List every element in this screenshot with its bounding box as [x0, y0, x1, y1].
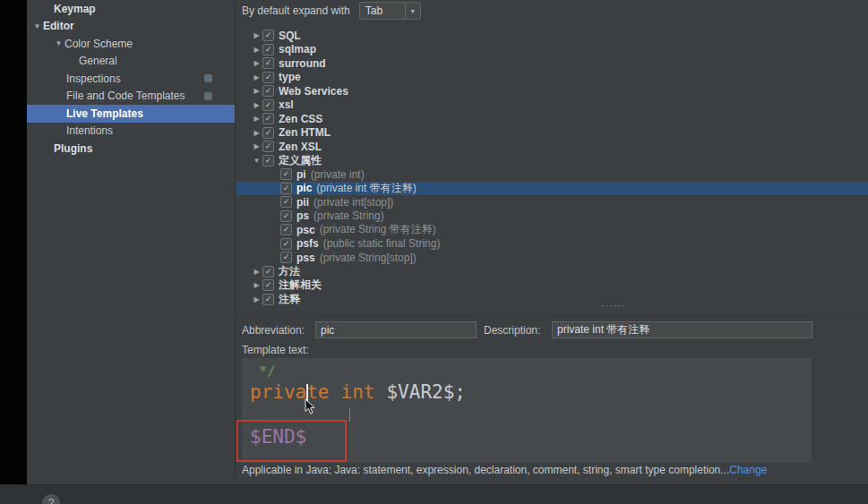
chevron-right-icon[interactable]: ▶ [251, 31, 262, 39]
chevron-right-icon[interactable]: ▶ [251, 73, 262, 81]
expand-with-dropdown[interactable]: Tab ▼ [359, 2, 421, 20]
window-left-edge [0, 0, 27, 484]
change-link[interactable]: Change [729, 464, 767, 476]
checkbox-checked-icon[interactable]: ✓ [262, 266, 274, 278]
tree-group-label: 注解相关 [279, 278, 322, 293]
chevron-right-icon[interactable]: ▶ [251, 129, 262, 137]
template-abbreviation: pi [296, 168, 306, 181]
sidebar-item-general[interactable]: General [27, 53, 235, 71]
template-text-label: Template text: [242, 344, 309, 356]
template-text-editor[interactable]: */ privateint$VAR2$; $END$ [242, 358, 812, 463]
checkbox-checked-icon[interactable]: ✓ [280, 210, 292, 222]
tree-group-surround[interactable]: ▶ ✓ surround [236, 56, 868, 71]
applicable-context-row: Applicable in Java; Java: statement, exp… [242, 464, 767, 476]
chevron-right-icon[interactable]: ▶ [251, 101, 262, 109]
description-input[interactable] [552, 321, 812, 338]
template-variable-var2: $VAR2$ [386, 381, 454, 403]
chevron-right-icon[interactable]: ▶ [251, 281, 262, 289]
tree-item-psc[interactable]: ✓ psc (private String 带有注释) [236, 223, 868, 237]
checkbox-checked-icon[interactable]: ✓ [262, 85, 274, 97]
chevron-down-icon[interactable]: ▼ [31, 22, 43, 30]
tree-group-label: Web Services [279, 85, 348, 98]
checkbox-checked-icon[interactable]: ✓ [262, 141, 274, 152]
modified-indicator-icon [204, 74, 212, 82]
sidebar-item-file-and-code-templates[interactable]: File and Code Templates [27, 88, 235, 106]
checkbox-checked-icon[interactable]: ✓ [262, 155, 274, 167]
tree-group-define-attributes[interactable]: ▼ ✓ 定义属性 [236, 154, 868, 168]
chevron-down-icon[interactable]: ▼ [405, 3, 420, 19]
sidebar-item-color-scheme[interactable]: ▼ Color Scheme [27, 35, 235, 53]
dropdown-selected-value: Tab [360, 3, 405, 19]
checkbox-checked-icon[interactable]: ✓ [262, 127, 274, 139]
tree-group-zen-css[interactable]: ▶ ✓ Zen CSS [236, 112, 868, 126]
mouse-pointer-icon [305, 398, 315, 414]
sidebar-item-live-templates[interactable]: Live Templates [27, 105, 235, 123]
checkbox-checked-icon[interactable]: ✓ [280, 168, 292, 180]
sidebar-item-editor[interactable]: ▼ Editor [27, 18, 235, 36]
checkbox-checked-icon[interactable]: ✓ [262, 113, 274, 124]
checkbox-checked-icon[interactable]: ✓ [262, 72, 274, 83]
template-description: (private int 带有注释) [316, 181, 416, 196]
abbreviation-input[interactable] [315, 321, 477, 338]
tree-group-label: SQL [279, 30, 301, 42]
tree-item-pss[interactable]: ✓ pss (private String[stop]) [236, 251, 868, 265]
chevron-right-icon[interactable]: ▶ [251, 268, 262, 276]
template-abbreviation: pii [296, 196, 309, 209]
checkbox-checked-icon[interactable]: ✓ [262, 99, 274, 111]
tree-item-ps[interactable]: ✓ ps (private String) [236, 209, 868, 224]
code-declaration-line: privateint$VAR2$; [250, 381, 466, 403]
template-abbreviation: pss [296, 252, 315, 264]
help-button[interactable]: ? [42, 494, 60, 504]
tree-group-annotation-related[interactable]: ▶ ✓ 注解相关 [236, 278, 868, 293]
chevron-right-icon[interactable]: ▶ [251, 46, 262, 54]
tree-group-methods[interactable]: ▶ ✓ 方法 [236, 265, 868, 279]
tree-item-pii[interactable]: ✓ pii (private int[stop]) [236, 195, 868, 209]
template-description: (private String) [314, 209, 384, 222]
sidebar-item-label: Color Scheme [64, 38, 133, 50]
tree-item-pi[interactable]: ✓ pi (private int) [236, 167, 868, 182]
sidebar-item-label: Plugins [54, 142, 92, 155]
tree-group-web-services[interactable]: ▶ ✓ Web Services [236, 84, 868, 98]
sidebar-item-label: File and Code Templates [66, 90, 185, 102]
chevron-down-icon[interactable]: ▼ [53, 39, 64, 47]
sidebar-item-label: General [79, 55, 117, 67]
checkbox-checked-icon[interactable]: ✓ [262, 57, 274, 69]
tree-group-sql[interactable]: ▶ ✓ SQL [236, 29, 868, 43]
sidebar-item-keymap[interactable]: Keymap [27, 0, 235, 18]
tree-group-comments[interactable]: ▶ ✓ 注释 [236, 293, 868, 307]
chevron-right-icon[interactable]: ▶ [251, 142, 262, 150]
checkbox-checked-icon[interactable]: ✓ [262, 279, 274, 291]
checkbox-checked-icon[interactable]: ✓ [262, 44, 274, 56]
tree-group-label: surround [279, 57, 326, 70]
checkbox-checked-icon[interactable]: ✓ [280, 224, 292, 235]
checkbox-checked-icon[interactable]: ✓ [280, 252, 292, 263]
tree-group-type[interactable]: ▶ ✓ type [236, 71, 868, 85]
sidebar-item-intentions[interactable]: Intentions [27, 123, 235, 141]
sidebar-item-plugins[interactable]: Plugins [27, 140, 235, 158]
tree-group-sqlmap[interactable]: ▶ ✓ sqlmap [236, 43, 868, 57]
chevron-right-icon[interactable]: ▶ [251, 87, 262, 95]
checkbox-checked-icon[interactable]: ✓ [280, 238, 292, 250]
description-label: Description: [484, 324, 540, 337]
tree-item-psfs[interactable]: ✓ psfs (public static final String) [236, 237, 868, 252]
splitter-grip-icon[interactable]: ······ [601, 300, 626, 311]
tree-group-label: 方法 [279, 264, 300, 279]
checkbox-checked-icon[interactable]: ✓ [262, 294, 274, 305]
chevron-right-icon[interactable]: ▶ [251, 295, 262, 303]
tree-group-label: 注释 [279, 292, 300, 307]
template-description: (private int[stop]) [314, 196, 393, 209]
tree-item-pic[interactable]: ✓ pic (private int 带有注释) [236, 182, 868, 196]
chevron-down-icon[interactable]: ▼ [251, 157, 262, 165]
chevron-right-icon[interactable]: ▶ [251, 59, 262, 67]
checkbox-checked-icon[interactable]: ✓ [280, 196, 292, 208]
checkbox-checked-icon[interactable]: ✓ [280, 183, 292, 194]
tree-group-zen-html[interactable]: ▶ ✓ Zen HTML [236, 126, 868, 141]
dialog-footer: ? [0, 484, 868, 504]
tree-group-xsl[interactable]: ▶ ✓ xsl [236, 98, 868, 113]
sidebar-item-inspections[interactable]: Inspections [27, 70, 235, 88]
checkbox-checked-icon[interactable]: ✓ [262, 30, 274, 41]
template-abbreviation: psc [296, 224, 315, 236]
tree-group-zen-xsl[interactable]: ▶ ✓ Zen XSL [236, 140, 868, 154]
template-abbreviation: pic [296, 182, 312, 194]
chevron-right-icon[interactable]: ▶ [251, 115, 262, 123]
